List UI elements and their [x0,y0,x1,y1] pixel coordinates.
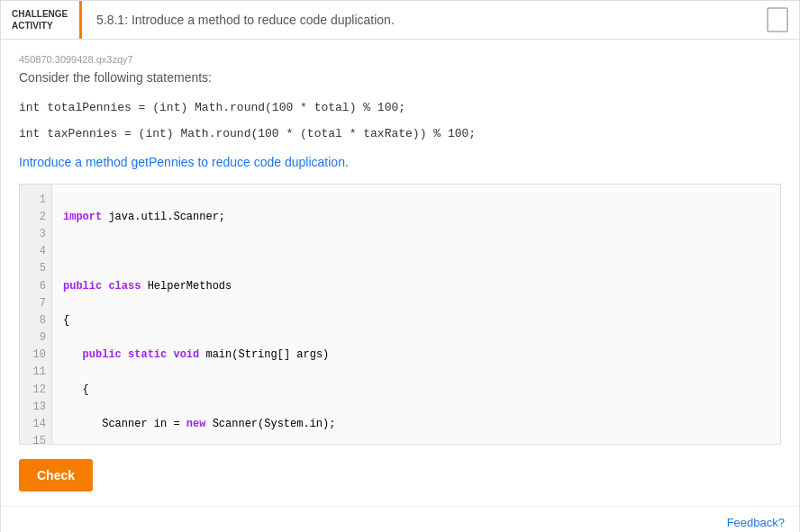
main-container: CHALLENGE ACTIVITY 5.8.1: Introduce a me… [0,0,800,532]
header: CHALLENGE ACTIVITY 5.8.1: Introduce a me… [1,1,799,40]
introduce-text: Introduce a method getPennies to reduce … [19,155,781,169]
challenge-label: CHALLENGE ACTIVITY [12,8,68,32]
code-line-2 [63,243,769,260]
code-line-3: public class HelperMethods [63,278,769,295]
code-editor[interactable]: 1 2 3 4 5 6 7 8 9 10 11 12 13 14 15 16 1 [19,184,781,445]
header-title: 5.8.1: Introduce a method to reduce code… [82,2,767,38]
code-line-4: { [63,312,769,329]
task-id: 450870.3099428.qx3zqy7 [19,54,781,65]
challenge-badge: CHALLENGE ACTIVITY [1,1,82,39]
line-numbers: 1 2 3 4 5 6 7 8 9 10 11 12 13 14 15 16 1 [20,185,52,445]
code-snippet-line2: int taxPennies = (int) Math.round(100 * … [19,125,781,144]
code-line-7: Scanner in = new Scanner(System.in); [63,416,769,433]
check-button[interactable]: Check [19,459,93,491]
bookmark-icon[interactable] [767,7,788,32]
code-line-6: { [63,382,769,399]
code-editor-inner: 1 2 3 4 5 6 7 8 9 10 11 12 13 14 15 16 1 [20,185,780,445]
code-content[interactable]: import java.util.Scanner; public class H… [52,185,780,445]
svg-rect-0 [768,8,787,32]
content-area: 450870.3099428.qx3zqy7 Consider the foll… [1,40,799,506]
code-line-1: import java.util.Scanner; [63,209,769,226]
code-line-5: public static void main(String[] args) [63,347,769,364]
feedback-link[interactable]: Feedback? [727,516,785,529]
footer: Feedback? [1,506,799,532]
code-snippet-line1: int totalPennies = (int) Math.round(100 … [19,99,781,118]
description-text: Consider the following statements: [19,70,781,85]
